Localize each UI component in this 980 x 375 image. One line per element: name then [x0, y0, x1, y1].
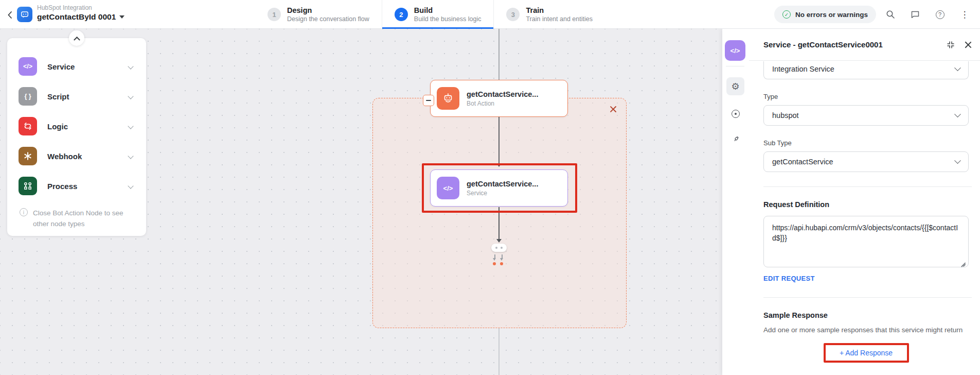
connections-rail-button[interactable]: [726, 130, 744, 148]
node-service[interactable]: </> getContactService... Service: [430, 169, 568, 207]
bot-app-icon[interactable]: [17, 7, 32, 22]
palette-item-label: Script: [47, 92, 129, 101]
connector-line-low: [498, 207, 500, 240]
service-properties-panel: </> ⚙ Service - getContactService0001: [722, 29, 980, 375]
connector-line-top: [498, 29, 500, 80]
palette-item-process[interactable]: Process: [19, 171, 137, 201]
palette-item-logic[interactable]: Logic: [19, 111, 137, 141]
close-icon: [964, 41, 972, 49]
connector-line-faint: [498, 328, 500, 375]
expand-panel-button[interactable]: [942, 36, 959, 54]
tab-design[interactable]: 1 Design Design the conversation flow: [255, 0, 382, 29]
type-select[interactable]: hubspot: [763, 105, 969, 126]
highlight-annotation: + Add Response: [824, 343, 909, 363]
comments-button[interactable]: [905, 4, 925, 25]
close-panel-button[interactable]: [959, 36, 977, 54]
select-value: hubspot: [772, 111, 799, 120]
search-button[interactable]: [880, 4, 901, 25]
divider: [763, 297, 972, 298]
port-arrow-icon: [493, 258, 496, 261]
node-title: getContactService...: [467, 180, 538, 188]
palette-item-label: Service: [47, 62, 129, 71]
palette-note-text: Close Bot Action Node to see other node …: [33, 208, 131, 230]
panel-form: Integration Service Type hubspot Sub Typ…: [749, 61, 980, 375]
port-arrow-icon: [502, 254, 503, 258]
panel-title: Service - getContactService0001: [763, 40, 942, 49]
chevron-down-icon: [954, 157, 961, 164]
chevron-up-icon: [74, 36, 80, 43]
add-response-button[interactable]: + Add Response: [836, 348, 896, 358]
gear-icon: ⚙: [731, 82, 739, 91]
plug-icon: [731, 135, 740, 144]
tab-train[interactable]: 3 Train Train intent and entities: [493, 0, 604, 29]
app-window: HubSpot Integration getContactById 0001 …: [0, 0, 980, 375]
chevron-down-icon: [128, 183, 133, 189]
status-badge-text: No errors or warnings: [795, 11, 868, 19]
palette-collapse-button[interactable]: [69, 30, 84, 46]
add-node-port[interactable]: [491, 244, 507, 252]
chevron-down-icon: [954, 111, 961, 117]
loop-icon: [19, 117, 37, 135]
back-button[interactable]: [3, 8, 16, 22]
chatbot-icon: [20, 10, 29, 19]
palette-item-script[interactable]: { } Script: [19, 81, 137, 111]
target-icon: [732, 110, 740, 118]
chevron-down-icon: [128, 63, 133, 69]
node-bot-action[interactable]: getContactService... Bot Action: [430, 80, 568, 117]
tab-subtitle: Design the conversation flow: [287, 15, 369, 23]
sample-response-heading: Sample Response: [763, 311, 969, 319]
type-label: Type: [763, 93, 969, 100]
edit-request-link[interactable]: EDIT REQUEST: [763, 275, 815, 282]
divider: [763, 186, 972, 187]
request-definition-heading: Request Definition: [763, 200, 969, 209]
palette-item-webhook[interactable]: Webhook: [19, 141, 137, 171]
connection-type-select[interactable]: Integration Service: [763, 61, 969, 79]
bot-action-group: [372, 98, 627, 328]
flow-title-dropdown[interactable]: getContactById 0001: [37, 12, 124, 22]
collapse-corners-icon: [947, 41, 955, 49]
step-number: 1: [268, 8, 281, 21]
node-type: Bot Action: [467, 100, 538, 107]
tab-build[interactable]: 2 Build Build the business logic: [382, 0, 494, 29]
select-value: Integration Service: [772, 65, 834, 73]
flow-title: getContactById 0001: [37, 12, 116, 22]
arrowhead-icon: [496, 163, 502, 167]
webhook-icon: [19, 147, 37, 165]
close-group-icon[interactable]: [609, 105, 618, 114]
connection-dot[interactable]: [500, 262, 503, 265]
process-icon: [19, 177, 37, 195]
request-url-value: https://api.hubapi.com/crm/v3/objects/co…: [772, 224, 958, 242]
resize-handle-icon[interactable]: [960, 259, 966, 264]
subtype-select[interactable]: getContactService: [763, 151, 969, 172]
settings-rail-button[interactable]: ⚙: [726, 77, 744, 95]
tab-subtitle: Train intent and entities: [526, 15, 592, 23]
subtype-label: Sub Type: [763, 139, 969, 147]
request-definition-textarea[interactable]: https://api.hubapi.com/crm/v3/objects/co…: [763, 216, 969, 267]
chevron-down-icon: [128, 153, 133, 159]
status-badge[interactable]: ✓ No errors or warnings: [774, 6, 876, 23]
help-button[interactable]: ?: [930, 4, 950, 25]
port-arrow-icon: [500, 258, 503, 261]
arrowhead-icon: [496, 239, 502, 243]
panel-rail: </> ⚙: [722, 29, 749, 375]
palette-item-label: Webhook: [47, 152, 129, 161]
palette-item-service[interactable]: </> Service: [19, 52, 137, 81]
step-number: 2: [395, 8, 408, 21]
connection-dot[interactable]: [493, 262, 496, 265]
more-options-button[interactable]: ⋮: [954, 4, 975, 25]
chevron-down-icon: [119, 15, 124, 19]
chevron-left-icon: [7, 11, 12, 19]
node-type: Service: [467, 190, 538, 197]
tab-label: Design: [287, 6, 369, 14]
node-title: getContactService...: [467, 90, 538, 98]
palette-item-label: Process: [47, 182, 129, 191]
select-value: getContactService: [772, 158, 833, 166]
target-rail-button[interactable]: [726, 105, 744, 123]
palette-item-label: Logic: [47, 122, 129, 131]
collapse-node-button[interactable]: [423, 95, 434, 106]
connector-line-mid: [498, 117, 500, 166]
step-number: 3: [506, 8, 520, 21]
panel-header: Service - getContactService0001: [749, 29, 980, 61]
info-icon: i: [20, 208, 28, 216]
kebab-menu-icon: ⋮: [960, 9, 969, 20]
